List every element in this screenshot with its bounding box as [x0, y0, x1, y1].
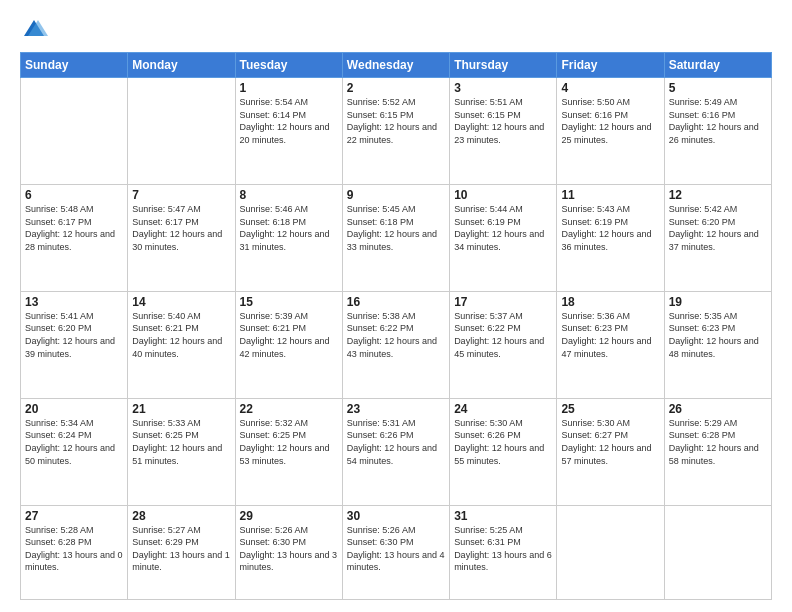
day-header-wednesday: Wednesday [342, 53, 449, 78]
day-info: Sunrise: 5:44 AM Sunset: 6:19 PM Dayligh… [454, 203, 552, 253]
day-number: 9 [347, 188, 445, 202]
day-info: Sunrise: 5:34 AM Sunset: 6:24 PM Dayligh… [25, 417, 123, 467]
calendar-cell: 1Sunrise: 5:54 AM Sunset: 6:14 PM Daylig… [235, 78, 342, 185]
day-number: 27 [25, 509, 123, 523]
day-number: 14 [132, 295, 230, 309]
calendar-cell: 30Sunrise: 5:26 AM Sunset: 6:30 PM Dayli… [342, 505, 449, 599]
calendar-cell: 22Sunrise: 5:32 AM Sunset: 6:25 PM Dayli… [235, 398, 342, 505]
day-number: 13 [25, 295, 123, 309]
day-number: 15 [240, 295, 338, 309]
day-info: Sunrise: 5:42 AM Sunset: 6:20 PM Dayligh… [669, 203, 767, 253]
calendar-cell: 7Sunrise: 5:47 AM Sunset: 6:17 PM Daylig… [128, 184, 235, 291]
calendar-cell: 14Sunrise: 5:40 AM Sunset: 6:21 PM Dayli… [128, 291, 235, 398]
day-info: Sunrise: 5:50 AM Sunset: 6:16 PM Dayligh… [561, 96, 659, 146]
day-number: 30 [347, 509, 445, 523]
calendar-cell: 10Sunrise: 5:44 AM Sunset: 6:19 PM Dayli… [450, 184, 557, 291]
day-number: 16 [347, 295, 445, 309]
calendar-cell [664, 505, 771, 599]
day-header-monday: Monday [128, 53, 235, 78]
day-info: Sunrise: 5:48 AM Sunset: 6:17 PM Dayligh… [25, 203, 123, 253]
logo-icon [20, 16, 48, 44]
calendar-cell: 6Sunrise: 5:48 AM Sunset: 6:17 PM Daylig… [21, 184, 128, 291]
calendar-cell: 28Sunrise: 5:27 AM Sunset: 6:29 PM Dayli… [128, 505, 235, 599]
day-number: 1 [240, 81, 338, 95]
calendar-cell: 26Sunrise: 5:29 AM Sunset: 6:28 PM Dayli… [664, 398, 771, 505]
calendar-cell: 12Sunrise: 5:42 AM Sunset: 6:20 PM Dayli… [664, 184, 771, 291]
calendar-cell: 23Sunrise: 5:31 AM Sunset: 6:26 PM Dayli… [342, 398, 449, 505]
day-info: Sunrise: 5:30 AM Sunset: 6:26 PM Dayligh… [454, 417, 552, 467]
calendar-cell: 8Sunrise: 5:46 AM Sunset: 6:18 PM Daylig… [235, 184, 342, 291]
calendar-cell: 18Sunrise: 5:36 AM Sunset: 6:23 PM Dayli… [557, 291, 664, 398]
day-info: Sunrise: 5:31 AM Sunset: 6:26 PM Dayligh… [347, 417, 445, 467]
day-number: 8 [240, 188, 338, 202]
calendar-cell: 15Sunrise: 5:39 AM Sunset: 6:21 PM Dayli… [235, 291, 342, 398]
day-info: Sunrise: 5:27 AM Sunset: 6:29 PM Dayligh… [132, 524, 230, 574]
calendar-cell: 19Sunrise: 5:35 AM Sunset: 6:23 PM Dayli… [664, 291, 771, 398]
day-info: Sunrise: 5:37 AM Sunset: 6:22 PM Dayligh… [454, 310, 552, 360]
day-info: Sunrise: 5:54 AM Sunset: 6:14 PM Dayligh… [240, 96, 338, 146]
day-info: Sunrise: 5:49 AM Sunset: 6:16 PM Dayligh… [669, 96, 767, 146]
day-info: Sunrise: 5:47 AM Sunset: 6:17 PM Dayligh… [132, 203, 230, 253]
calendar-cell: 4Sunrise: 5:50 AM Sunset: 6:16 PM Daylig… [557, 78, 664, 185]
day-info: Sunrise: 5:29 AM Sunset: 6:28 PM Dayligh… [669, 417, 767, 467]
day-info: Sunrise: 5:52 AM Sunset: 6:15 PM Dayligh… [347, 96, 445, 146]
day-header-sunday: Sunday [21, 53, 128, 78]
day-number: 3 [454, 81, 552, 95]
calendar-cell: 16Sunrise: 5:38 AM Sunset: 6:22 PM Dayli… [342, 291, 449, 398]
day-number: 18 [561, 295, 659, 309]
calendar-cell: 25Sunrise: 5:30 AM Sunset: 6:27 PM Dayli… [557, 398, 664, 505]
calendar-table: SundayMondayTuesdayWednesdayThursdayFrid… [20, 52, 772, 600]
day-number: 21 [132, 402, 230, 416]
calendar-cell: 27Sunrise: 5:28 AM Sunset: 6:28 PM Dayli… [21, 505, 128, 599]
day-number: 10 [454, 188, 552, 202]
calendar-header-row: SundayMondayTuesdayWednesdayThursdayFrid… [21, 53, 772, 78]
calendar-cell: 31Sunrise: 5:25 AM Sunset: 6:31 PM Dayli… [450, 505, 557, 599]
day-number: 19 [669, 295, 767, 309]
day-number: 23 [347, 402, 445, 416]
day-info: Sunrise: 5:39 AM Sunset: 6:21 PM Dayligh… [240, 310, 338, 360]
day-info: Sunrise: 5:30 AM Sunset: 6:27 PM Dayligh… [561, 417, 659, 467]
calendar-cell [128, 78, 235, 185]
week-row-5: 27Sunrise: 5:28 AM Sunset: 6:28 PM Dayli… [21, 505, 772, 599]
day-info: Sunrise: 5:38 AM Sunset: 6:22 PM Dayligh… [347, 310, 445, 360]
header [20, 16, 772, 44]
day-number: 24 [454, 402, 552, 416]
calendar-cell: 24Sunrise: 5:30 AM Sunset: 6:26 PM Dayli… [450, 398, 557, 505]
week-row-4: 20Sunrise: 5:34 AM Sunset: 6:24 PM Dayli… [21, 398, 772, 505]
calendar-cell: 29Sunrise: 5:26 AM Sunset: 6:30 PM Dayli… [235, 505, 342, 599]
day-number: 6 [25, 188, 123, 202]
day-number: 31 [454, 509, 552, 523]
calendar-cell: 9Sunrise: 5:45 AM Sunset: 6:18 PM Daylig… [342, 184, 449, 291]
day-number: 12 [669, 188, 767, 202]
day-number: 20 [25, 402, 123, 416]
day-number: 11 [561, 188, 659, 202]
day-number: 7 [132, 188, 230, 202]
day-info: Sunrise: 5:25 AM Sunset: 6:31 PM Dayligh… [454, 524, 552, 574]
day-info: Sunrise: 5:45 AM Sunset: 6:18 PM Dayligh… [347, 203, 445, 253]
day-info: Sunrise: 5:40 AM Sunset: 6:21 PM Dayligh… [132, 310, 230, 360]
day-number: 29 [240, 509, 338, 523]
week-row-1: 1Sunrise: 5:54 AM Sunset: 6:14 PM Daylig… [21, 78, 772, 185]
day-info: Sunrise: 5:43 AM Sunset: 6:19 PM Dayligh… [561, 203, 659, 253]
calendar-cell: 5Sunrise: 5:49 AM Sunset: 6:16 PM Daylig… [664, 78, 771, 185]
day-number: 4 [561, 81, 659, 95]
day-header-saturday: Saturday [664, 53, 771, 78]
day-info: Sunrise: 5:36 AM Sunset: 6:23 PM Dayligh… [561, 310, 659, 360]
day-number: 28 [132, 509, 230, 523]
day-info: Sunrise: 5:28 AM Sunset: 6:28 PM Dayligh… [25, 524, 123, 574]
day-info: Sunrise: 5:32 AM Sunset: 6:25 PM Dayligh… [240, 417, 338, 467]
calendar-cell: 2Sunrise: 5:52 AM Sunset: 6:15 PM Daylig… [342, 78, 449, 185]
calendar-cell: 21Sunrise: 5:33 AM Sunset: 6:25 PM Dayli… [128, 398, 235, 505]
day-info: Sunrise: 5:46 AM Sunset: 6:18 PM Dayligh… [240, 203, 338, 253]
calendar-cell: 20Sunrise: 5:34 AM Sunset: 6:24 PM Dayli… [21, 398, 128, 505]
day-number: 22 [240, 402, 338, 416]
day-info: Sunrise: 5:26 AM Sunset: 6:30 PM Dayligh… [347, 524, 445, 574]
calendar-cell: 3Sunrise: 5:51 AM Sunset: 6:15 PM Daylig… [450, 78, 557, 185]
day-info: Sunrise: 5:51 AM Sunset: 6:15 PM Dayligh… [454, 96, 552, 146]
day-number: 26 [669, 402, 767, 416]
calendar-cell [21, 78, 128, 185]
week-row-2: 6Sunrise: 5:48 AM Sunset: 6:17 PM Daylig… [21, 184, 772, 291]
day-info: Sunrise: 5:33 AM Sunset: 6:25 PM Dayligh… [132, 417, 230, 467]
day-number: 5 [669, 81, 767, 95]
day-number: 25 [561, 402, 659, 416]
